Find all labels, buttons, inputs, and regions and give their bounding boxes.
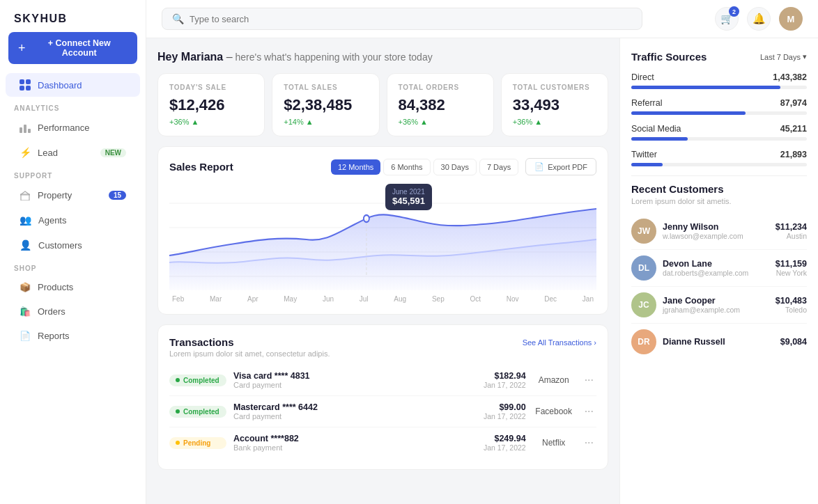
trans-date: Jan 17, 2022 [477, 443, 526, 452]
status-badge-pending: Pending [169, 437, 226, 449]
trans-menu-button[interactable]: ··· [582, 405, 596, 418]
filter-12months[interactable]: 12 Months [331, 159, 380, 175]
transaction-row: Completed Visa card **** 4831 Card payme… [169, 365, 596, 396]
customer-name: Jane Cooper [663, 296, 769, 306]
trans-date: Jan 17, 2022 [477, 381, 526, 389]
stat-value: $2,38,485 [284, 96, 367, 114]
stat-label: TOTAL ORDERS [399, 84, 482, 91]
search-input[interactable] [190, 14, 632, 24]
chart-area: June 2021 $45,591 FebMarAprMayJunJulAugS… [169, 182, 596, 303]
customer-info: Dianne Russell [663, 337, 774, 347]
property-badge: 15 [109, 191, 126, 200]
traffic-item-direct: Direct 1,43,382 [631, 72, 807, 89]
sidebar-item-orders[interactable]: 🛍️ Orders [6, 300, 140, 323]
stats-row: TODAY'S SALE $12,426 +36%▲ TOTAL SALES $… [157, 73, 608, 136]
traffic-value: 87,974 [780, 98, 807, 108]
trans-info: Account ****882 Bank payment [233, 434, 470, 452]
transaction-row: Pending Account ****882 Bank payment $24… [169, 427, 596, 458]
stat-label: TOTAL CUSTOMERS [513, 84, 596, 91]
trans-header: Transactions See All Transactions› [169, 336, 596, 348]
customer-amount-city: $11,234 Austin [775, 222, 807, 240]
stat-change: +36%▲ [169, 118, 253, 126]
traffic-item-twitter: Twitter 21,893 [631, 150, 807, 166]
customer-email: dat.roberts@example.com [663, 269, 769, 277]
connect-account-button[interactable]: + + Connect New Account [8, 32, 137, 64]
content-area: Hey Mariana – here's what's happening wi… [146, 38, 818, 504]
trans-type: Card payment [233, 381, 470, 389]
sidebar-logo: SKYHUB [0, 0, 146, 32]
customer-avatar: DL [631, 255, 656, 281]
traffic-bar [631, 163, 663, 166]
filter-30days[interactable]: 30 Days [433, 159, 477, 175]
search-bar: 🔍 [162, 8, 642, 30]
customer-name: Dianne Russell [663, 337, 774, 347]
recent-subtitle: Lorem ipsum dolor sit ametis. [631, 197, 807, 205]
sidebar-item-label: Performance [38, 123, 89, 133]
trans-menu-button[interactable]: ··· [582, 374, 596, 386]
trans-type: Bank payment [233, 443, 470, 452]
filter-7days[interactable]: 7 Days [479, 159, 518, 175]
traffic-filter[interactable]: Last 7 Days▾ [760, 52, 807, 61]
customer-row: DL Devon Lane dat.roberts@example.com $1… [631, 250, 807, 287]
customer-city: Toledo [775, 306, 807, 314]
sidebar-item-reports[interactable]: 📄 Reports [6, 324, 140, 347]
filter-6months[interactable]: 6 Months [383, 159, 430, 175]
customer-name: Jenny Wilson [663, 222, 769, 232]
customer-avatar: JW [631, 219, 656, 244]
sidebar-item-property[interactable]: Property 15 [6, 183, 140, 207]
sidebar-item-label: Agents [38, 215, 66, 226]
trans-merchant: Amazon [533, 375, 575, 385]
user-avatar[interactable]: M [779, 7, 803, 31]
customer-amount-city: $10,483 Toledo [775, 296, 807, 314]
traffic-item-social: Social Media 45,211 [631, 124, 807, 141]
sidebar-item-performance[interactable]: Performance [6, 116, 140, 139]
trans-name: Account ****882 [233, 434, 470, 443]
customer-city: New York [775, 269, 807, 277]
customer-row: JC Jane Cooper jgraham@example.com $10,4… [631, 287, 807, 324]
stat-value: 33,493 [513, 96, 596, 114]
pdf-icon: 📄 [534, 162, 544, 171]
sidebar-item-label: Products [38, 282, 73, 292]
stat-value: $12,426 [169, 96, 253, 114]
sidebar-item-agents[interactable]: 👥 Agents [6, 208, 140, 232]
customer-row: JW Jenny Wilson w.lawson@example.com $11… [631, 213, 807, 250]
traffic-bar-bg [631, 86, 807, 89]
cart-icon-button[interactable]: 🛒 2 [715, 7, 739, 31]
trans-date: Jan 17, 2022 [477, 412, 526, 420]
traffic-label: Social Media [631, 124, 681, 134]
trans-info: Visa card **** 4831 Card payment [233, 371, 470, 389]
stat-value: 84,382 [399, 96, 482, 114]
see-all-transactions[interactable]: See All Transactions› [523, 338, 596, 347]
sidebar-item-lead[interactable]: ⚡ Lead NEW [6, 141, 140, 164]
traffic-label: Twitter [631, 150, 657, 159]
customer-info: Jenny Wilson w.lawson@example.com [663, 222, 769, 240]
shopping-icon: 🛍️ [20, 306, 31, 317]
transactions-card: Transactions See All Transactions› Lorem… [157, 324, 608, 470]
customer-amount: $9,084 [780, 337, 807, 347]
chart-x-labels: FebMarAprMayJunJulAugSepOctNovDecJan [169, 292, 596, 303]
report-title: Sales Report [169, 161, 233, 173]
sidebar-item-label: Dashboard [38, 80, 82, 90]
sidebar-item-label: Property [38, 190, 72, 200]
sidebar-item-customers[interactable]: 👤 Customers [6, 233, 140, 257]
sidebar: SKYHUB + + Connect New Account Dashboard… [0, 0, 146, 504]
traffic-value: 1,43,382 [773, 72, 807, 82]
recent-customers-section: Recent Customers Lorem ipsum dolor sit a… [631, 183, 807, 360]
trans-amount-date: $99.00 Jan 17, 2022 [477, 402, 526, 420]
traffic-bar-bg [631, 137, 807, 141]
customer-amount: $11,159 [775, 259, 807, 269]
notification-icon-button[interactable]: 🔔 [747, 7, 771, 31]
traffic-bar-bg [631, 163, 807, 166]
trans-menu-button[interactable]: ··· [582, 436, 596, 449]
sidebar-item-label: Orders [38, 306, 65, 317]
export-pdf-button[interactable]: 📄 Export PDF [525, 158, 596, 175]
greeting-dash: – [223, 51, 232, 63]
traffic-bar [631, 137, 688, 141]
trans-name: Visa card **** 4831 [233, 371, 470, 381]
customer-amount-city: $9,084 [780, 337, 807, 347]
sidebar-item-products[interactable]: 📦 Products [6, 276, 140, 299]
grid-icon [20, 79, 31, 90]
traffic-item-referral: Referral 87,974 [631, 98, 807, 115]
traffic-sources-section: Traffic Sources Last 7 Days▾ Direct 1,43… [631, 51, 807, 166]
sidebar-item-dashboard[interactable]: Dashboard [6, 73, 140, 97]
